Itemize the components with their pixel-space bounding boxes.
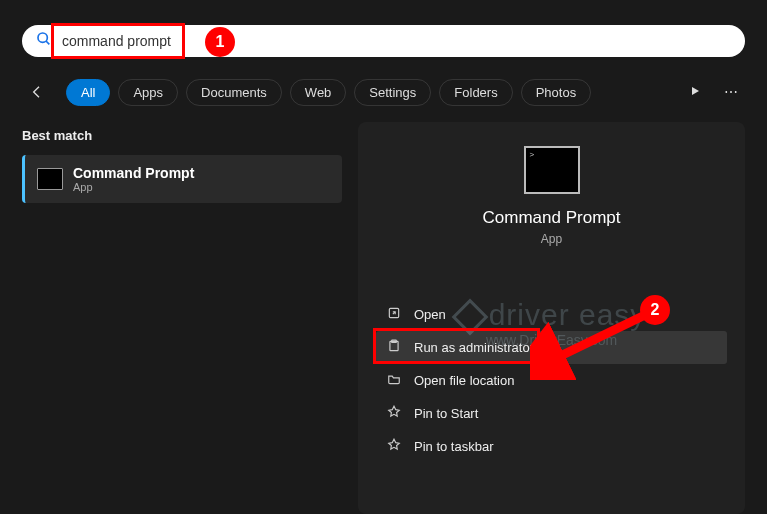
search-input[interactable] — [62, 33, 731, 49]
play-icon[interactable] — [681, 84, 709, 100]
tab-settings[interactable]: Settings — [354, 79, 431, 106]
action-pin-to-start[interactable]: Pin to Start — [376, 397, 727, 430]
search-bar[interactable] — [22, 25, 745, 57]
tab-apps[interactable]: Apps — [118, 79, 178, 106]
action-label: Run as administrator — [414, 340, 534, 355]
tab-documents[interactable]: Documents — [186, 79, 282, 106]
filter-tabs: All Apps Documents Web Settings Folders … — [22, 77, 745, 107]
pin-icon — [386, 405, 402, 422]
shield-icon — [386, 339, 402, 356]
detail-panel: Command Prompt App driver easy www.Drive… — [358, 122, 745, 514]
svg-point-0 — [38, 33, 47, 42]
back-button[interactable] — [22, 77, 52, 107]
tab-folders[interactable]: Folders — [439, 79, 512, 106]
open-icon — [386, 306, 402, 323]
action-open-file-location[interactable]: Open file location — [376, 364, 727, 397]
action-label: Open — [414, 307, 446, 322]
tab-photos[interactable]: Photos — [521, 79, 591, 106]
detail-subtitle: App — [376, 232, 727, 246]
action-run-as-administrator[interactable]: Run as administrator — [376, 331, 727, 364]
action-label: Open file location — [414, 373, 514, 388]
tab-web[interactable]: Web — [290, 79, 347, 106]
result-command-prompt[interactable]: Command Prompt App — [22, 155, 342, 203]
pin-icon — [386, 438, 402, 455]
action-open[interactable]: Open — [376, 298, 727, 331]
result-title: Command Prompt — [73, 165, 194, 181]
folder-icon — [386, 372, 402, 389]
command-prompt-icon — [37, 168, 63, 190]
more-icon[interactable]: ⋯ — [717, 84, 745, 100]
action-list: Open Run as administrator Open file loca… — [376, 298, 727, 463]
svg-line-1 — [46, 41, 49, 44]
result-subtitle: App — [73, 181, 194, 193]
action-label: Pin to Start — [414, 406, 478, 421]
action-label: Pin to taskbar — [414, 439, 494, 454]
detail-title: Command Prompt — [376, 208, 727, 228]
detail-app-icon — [524, 146, 580, 194]
results-panel: Best match Command Prompt App — [22, 128, 342, 203]
action-pin-to-taskbar[interactable]: Pin to taskbar — [376, 430, 727, 463]
search-icon — [36, 31, 52, 51]
best-match-label: Best match — [22, 128, 342, 143]
svg-marker-2 — [692, 87, 699, 95]
tab-all[interactable]: All — [66, 79, 110, 106]
